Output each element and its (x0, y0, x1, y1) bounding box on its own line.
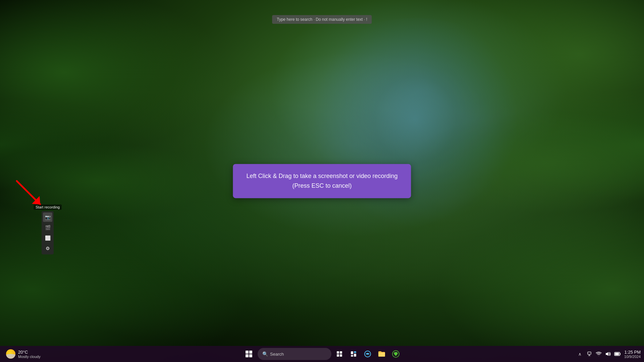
weather-temp: 20°C (18, 350, 41, 355)
svg-rect-4 (337, 354, 339, 357)
edge-icon (364, 351, 371, 357)
weather-condition: Mostly cloudy (18, 355, 41, 359)
tray-overflow-btn[interactable]: ∧ (576, 350, 584, 358)
svg-rect-3 (340, 351, 342, 354)
weather-text: 20°C Mostly cloudy (18, 350, 41, 359)
svg-rect-12 (588, 352, 591, 354)
volume-icon-btn[interactable] (604, 350, 612, 358)
screenshot-toolbar: Start recording 📷 🎬 ⬜ ⚙ (34, 204, 62, 254)
system-tray: ∧ (576, 350, 641, 359)
folder-icon (378, 351, 385, 357)
battery-icon (614, 352, 621, 356)
window-mode-btn[interactable]: ⬜ (43, 233, 52, 243)
svg-rect-8 (354, 354, 356, 357)
taskbar-center: 🔍 Search (242, 347, 402, 361)
window-icon: ⬜ (45, 235, 51, 241)
weather-widget[interactable]: 20°C Mostly cloudy (3, 348, 43, 360)
weather-icon (6, 349, 15, 359)
tray-icons: ∧ (576, 350, 622, 358)
widgets-icon (350, 351, 357, 357)
edge-btn[interactable] (362, 348, 374, 360)
wifi-icon (596, 351, 602, 357)
svg-marker-15 (606, 352, 608, 356)
screenshot-mode-btn[interactable]: 📷 (43, 213, 52, 222)
camera-icon: 📷 (45, 215, 51, 220)
network-icon-btn[interactable] (585, 350, 593, 358)
search-icon: 🔍 (262, 351, 268, 357)
network-icon (587, 351, 592, 357)
toolbar-buttons-container: 📷 🎬 ⬜ ⚙ (42, 211, 54, 254)
windows-logo (246, 351, 252, 357)
widgets-btn[interactable] (347, 348, 360, 360)
record-icon: 🎬 (45, 225, 51, 230)
toolbar-label: Start recording (34, 204, 62, 210)
svg-rect-2 (337, 351, 339, 354)
task-view-btn[interactable] (333, 348, 345, 360)
task-view-icon (336, 351, 342, 357)
taskbar: 20°C Mostly cloudy 🔍 Search (0, 346, 644, 362)
record-mode-btn[interactable]: 🎬 (43, 223, 52, 232)
search-placeholder: Search (270, 352, 284, 357)
start-button[interactable] (242, 347, 256, 361)
volume-icon (605, 351, 611, 357)
file-explorer-btn[interactable] (376, 348, 388, 360)
instruction-line2: (Press ESC to cancel) (246, 181, 397, 191)
svg-rect-7 (354, 351, 356, 353)
screenshot-instruction-overlay: Left Click & Drag to take a screenshot o… (233, 164, 411, 198)
instruction-line1: Left Click & Drag to take a screenshot o… (246, 171, 397, 181)
svg-rect-18 (620, 353, 621, 355)
svg-rect-5 (340, 354, 342, 357)
xbox-icon (392, 350, 399, 358)
svg-rect-6 (351, 351, 353, 354)
lizard-head (270, 18, 560, 272)
chevron-up-icon: ∧ (578, 352, 582, 357)
search-bar[interactable]: 🔍 Search (258, 348, 331, 360)
clock-date: 10/9/2024 (624, 355, 641, 359)
gear-icon: ⚙ (46, 246, 50, 251)
settings-btn[interactable]: ⚙ (43, 244, 52, 253)
wifi-icon-btn[interactable] (595, 350, 603, 358)
svg-rect-9 (351, 355, 353, 357)
clock-display[interactable]: 1:25 PM 10/9/2024 (624, 350, 641, 359)
svg-rect-17 (615, 353, 619, 355)
xbox-btn[interactable] (390, 348, 402, 360)
battery-icon-btn[interactable] (613, 350, 622, 358)
clock-time: 1:25 PM (624, 350, 641, 355)
